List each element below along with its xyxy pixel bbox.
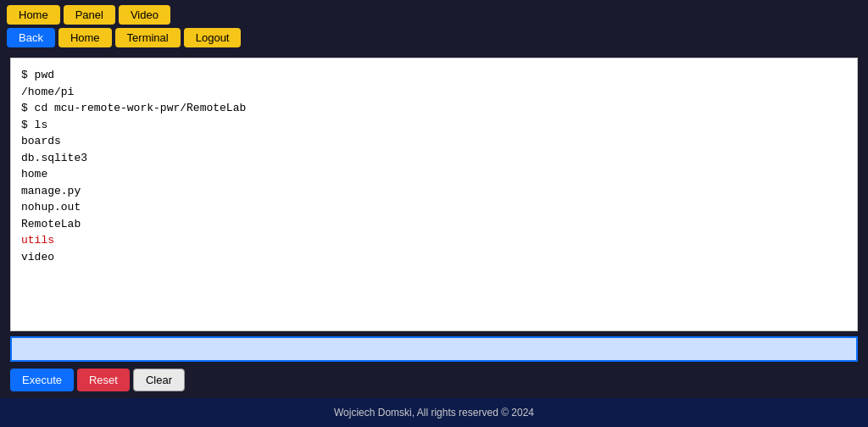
nav-panel-button[interactable]: Panel [64, 5, 115, 25]
nav-home-2-button[interactable]: Home [58, 28, 112, 47]
nav-back-button[interactable]: Back [7, 28, 55, 47]
terminal-line: $ cd mcu-remote-work-pwr/RemoteLab [21, 100, 847, 117]
terminal-line: /home/pi [21, 84, 847, 101]
footer-text: Wojciech Domski, All rights reserved © 2… [334, 407, 534, 419]
terminal-output: $ pwd/home/pi$ cd mcu-remote-work-pwr/Re… [10, 58, 858, 331]
action-row: Execute Reset Clear [10, 369, 858, 391]
terminal-line: nohup.out [21, 199, 847, 216]
terminal-line: video [21, 249, 847, 266]
clear-button[interactable]: Clear [133, 369, 185, 391]
terminal-line: boards [21, 133, 847, 150]
nav-row-2: Back Home Terminal Logout [7, 28, 861, 47]
nav-home-1-button[interactable]: Home [7, 5, 60, 25]
nav-logout-button[interactable]: Logout [184, 28, 242, 47]
footer: Wojciech Domski, All rights reserved © 2… [0, 398, 868, 427]
nav-video-button[interactable]: Video [119, 5, 170, 25]
main-content: $ pwd/home/pi$ cd mcu-remote-work-pwr/Re… [0, 51, 868, 398]
terminal-input-row [10, 336, 858, 362]
terminal-line: RemoteLab [21, 216, 847, 233]
terminal-line: db.sqlite3 [21, 150, 847, 167]
nav-terminal-button[interactable]: Terminal [115, 28, 181, 47]
terminal-input[interactable] [10, 336, 858, 362]
terminal-line: manage.py [21, 183, 847, 200]
terminal-line: $ pwd [21, 67, 847, 84]
nav-row-1: Home Panel Video [7, 5, 861, 25]
execute-button[interactable]: Execute [10, 369, 74, 391]
terminal-line: home [21, 166, 847, 183]
reset-button[interactable]: Reset [77, 369, 130, 391]
top-nav: Home Panel Video Back Home Terminal Logo… [0, 0, 868, 51]
terminal-line: $ ls [21, 117, 847, 134]
terminal-line: utils [21, 232, 847, 249]
